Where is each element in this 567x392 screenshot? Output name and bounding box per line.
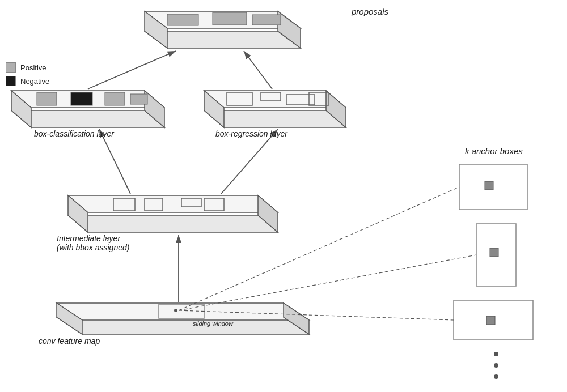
- svg-line-53: [179, 255, 476, 310]
- box-classification-label: box-classification layer: [34, 129, 114, 138]
- svg-rect-14: [105, 92, 125, 105]
- svg-marker-8: [11, 110, 164, 127]
- svg-rect-5: [167, 14, 198, 25]
- svg-marker-25: [68, 195, 278, 212]
- svg-point-37: [174, 309, 177, 312]
- conv-feature-label: conv feature map: [39, 336, 100, 346]
- svg-marker-24: [68, 215, 278, 232]
- intermediate-label: Intermediate layer (with bbox assigned): [57, 234, 129, 252]
- svg-rect-13: [71, 92, 92, 105]
- svg-line-50: [221, 129, 278, 194]
- svg-rect-15: [130, 94, 147, 104]
- sliding-window-label: sliding window: [193, 320, 233, 327]
- k-anchor-label: k anchor boxes: [465, 146, 523, 156]
- svg-rect-12: [37, 92, 57, 105]
- svg-point-46: [494, 374, 498, 379]
- diagram-container: Positive Negative: [0, 0, 567, 392]
- svg-marker-16: [204, 110, 346, 127]
- svg-line-48: [244, 51, 272, 89]
- svg-rect-43: [486, 316, 495, 325]
- svg-point-44: [494, 352, 498, 356]
- svg-rect-7: [252, 15, 281, 25]
- svg-rect-41: [490, 248, 498, 257]
- svg-rect-39: [485, 181, 493, 190]
- svg-line-49: [99, 129, 130, 194]
- svg-line-47: [88, 51, 176, 89]
- svg-marker-33: [57, 303, 309, 320]
- box-regression-label: box-regression layer: [215, 129, 287, 138]
- svg-marker-1: [145, 31, 301, 48]
- proposals-label: proposals: [352, 7, 388, 16]
- svg-point-45: [494, 363, 498, 368]
- svg-rect-6: [213, 12, 247, 25]
